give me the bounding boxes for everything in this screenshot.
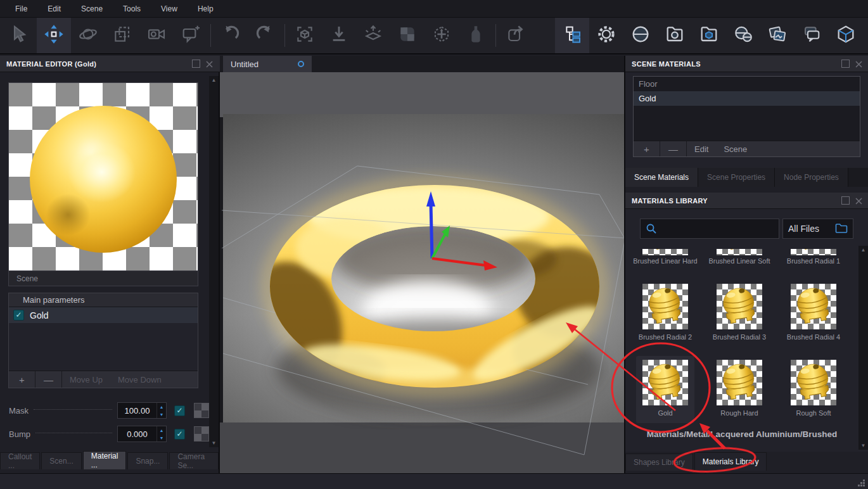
orbit-button[interactable] bbox=[71, 18, 105, 53]
leader-line bbox=[34, 409, 112, 410]
mask-spinbox[interactable]: 100.00▲▼ bbox=[117, 402, 167, 419]
layer-row[interactable]: ✓Gold bbox=[9, 307, 198, 323]
material-thumbnail-brushed-linear-soft[interactable] bbox=[717, 249, 762, 255]
menu-item-help[interactable]: Help bbox=[189, 2, 222, 16]
drop-to-floor-button[interactable] bbox=[322, 18, 356, 53]
scene-cube-button[interactable] bbox=[829, 18, 863, 53]
camera-folder-button[interactable] bbox=[658, 18, 692, 53]
images-button[interactable] bbox=[760, 18, 795, 53]
move-up-button[interactable]: Move Up bbox=[62, 371, 110, 388]
spin-down-icon[interactable]: ▼ bbox=[157, 410, 166, 418]
shapes-folder-button[interactable] bbox=[692, 18, 726, 53]
scene-material-row-floor[interactable]: Floor bbox=[634, 77, 860, 91]
gear-button[interactable] bbox=[589, 18, 623, 53]
add-material-button[interactable]: + bbox=[634, 141, 660, 156]
cube-axes-button[interactable] bbox=[424, 18, 459, 53]
scene-button[interactable]: Scene bbox=[716, 141, 755, 156]
library-scrollbar[interactable]: ▲ ▼ bbox=[858, 246, 868, 450]
dock-tab-material-[interactable]: Material ... bbox=[83, 451, 127, 469]
scroll-up-icon[interactable]: ▲ bbox=[212, 77, 217, 83]
viewport-tabbar: Untitled bbox=[220, 56, 624, 72]
resize-grip-icon[interactable] bbox=[858, 479, 865, 487]
folder-icon bbox=[835, 224, 848, 234]
dock-tab-materials-library[interactable]: Materials Library bbox=[694, 452, 767, 471]
menu-item-file[interactable]: File bbox=[6, 2, 36, 16]
close-icon[interactable] bbox=[855, 196, 863, 205]
duplicate-button[interactable] bbox=[105, 18, 139, 53]
material-thumbnail-gold[interactable] bbox=[642, 360, 688, 405]
spin-up-icon[interactable]: ▲ bbox=[157, 403, 166, 410]
file-filter-dropdown[interactable]: All Files bbox=[782, 219, 853, 239]
bottle-button[interactable] bbox=[459, 18, 493, 53]
dock-tab-snap-[interactable]: Snap... bbox=[127, 452, 168, 469]
share-button[interactable] bbox=[499, 18, 533, 53]
remove-layer-button[interactable]: — bbox=[35, 371, 62, 388]
images-icon bbox=[767, 24, 788, 47]
menu-item-edit[interactable]: Edit bbox=[39, 2, 70, 16]
material-editor-scrollbar[interactable]: ▲ ▼ bbox=[209, 76, 219, 447]
tab-node-properties[interactable]: Node Properties bbox=[775, 168, 848, 187]
maximize-icon[interactable] bbox=[841, 60, 850, 68]
tab-scene-properties[interactable]: Scene Properties bbox=[698, 168, 775, 187]
materials-library-body: All Files Brushed Linear HardBrushed Lin… bbox=[625, 209, 868, 452]
redo-button[interactable] bbox=[248, 18, 282, 53]
material-preview-image[interactable] bbox=[9, 83, 198, 270]
tab-scene-materials[interactable]: Scene Materials bbox=[625, 168, 698, 187]
dock-tab-shapes-library[interactable]: Shapes Library bbox=[625, 454, 693, 471]
material-thumbnail-brushed-radial-1[interactable] bbox=[791, 249, 836, 255]
viewport-canvas[interactable] bbox=[220, 72, 624, 473]
undo-button[interactable] bbox=[214, 18, 248, 53]
toolbar-right-group bbox=[555, 18, 863, 53]
maximize-icon[interactable] bbox=[192, 60, 200, 68]
menu-item-tools[interactable]: Tools bbox=[114, 2, 150, 16]
menu-item-view[interactable]: View bbox=[152, 2, 186, 16]
toolbar-separator bbox=[210, 24, 211, 47]
library-search-input[interactable] bbox=[640, 219, 779, 239]
material-sphere-button[interactable] bbox=[623, 18, 658, 53]
dock-tab-camera-se-[interactable]: Camera Se... bbox=[169, 452, 219, 469]
close-icon[interactable] bbox=[205, 60, 214, 68]
bump-checkbox[interactable]: ✓ bbox=[174, 429, 185, 440]
move-button[interactable] bbox=[37, 18, 71, 53]
scene-materials-icon bbox=[733, 24, 753, 47]
spin-down-icon[interactable]: ▼ bbox=[157, 434, 166, 441]
add-callout-button[interactable] bbox=[174, 18, 208, 53]
callouts-button[interactable] bbox=[795, 18, 829, 53]
scroll-up-icon[interactable]: ▲ bbox=[861, 247, 866, 253]
node-tree-button[interactable] bbox=[555, 18, 589, 53]
maximize-icon[interactable] bbox=[841, 196, 850, 205]
select-arrow-button[interactable] bbox=[3, 18, 37, 53]
material-thumbnail-rough-soft[interactable] bbox=[791, 360, 836, 405]
bump-texture-button[interactable] bbox=[194, 426, 209, 441]
mask-texture-button[interactable] bbox=[194, 403, 209, 418]
checker-swap-button[interactable] bbox=[390, 18, 424, 53]
scroll-down-icon[interactable]: ▼ bbox=[861, 443, 866, 448]
material-thumbnail-brushed-radial-2[interactable] bbox=[642, 284, 688, 329]
material-thumbnail-brushed-linear-hard[interactable] bbox=[642, 249, 688, 255]
scene-material-row-gold[interactable]: Gold bbox=[634, 91, 860, 106]
menu-item-scene[interactable]: Scene bbox=[72, 2, 112, 16]
layer-checkbox[interactable]: ✓ bbox=[13, 310, 24, 321]
remove-material-button[interactable]: — bbox=[660, 141, 687, 156]
mask-checkbox[interactable]: ✓ bbox=[174, 405, 185, 416]
fit-view-button[interactable] bbox=[288, 18, 322, 53]
edit-material-button[interactable]: Edit bbox=[687, 141, 716, 156]
bump-spinbox[interactable]: 0.000▲▼ bbox=[117, 426, 167, 442]
move-down-button[interactable]: Move Down bbox=[110, 371, 169, 388]
viewport-tab-untitled[interactable]: Untitled bbox=[223, 56, 312, 72]
render-camera-button[interactable] bbox=[139, 18, 174, 53]
materials-library-titlebar: MATERIALS LIBRARY bbox=[625, 193, 868, 209]
right-dock-tabs: Shapes LibraryMaterials Library bbox=[625, 452, 767, 471]
dock-tab-callout-[interactable]: Callout ... bbox=[0, 452, 40, 469]
material-thumbnail-brushed-radial-4[interactable] bbox=[791, 284, 836, 329]
add-layer-button[interactable]: + bbox=[9, 371, 35, 388]
spread-button[interactable] bbox=[356, 18, 390, 53]
material-thumbnail-brushed-radial-3[interactable] bbox=[717, 284, 762, 329]
dock-tab-scen-[interactable]: Scen... bbox=[41, 452, 81, 469]
spin-up-icon[interactable]: ▲ bbox=[157, 426, 166, 434]
scroll-down-icon[interactable]: ▼ bbox=[212, 440, 217, 446]
close-icon[interactable] bbox=[855, 60, 863, 68]
material-thumbnail-rough-hard[interactable] bbox=[717, 360, 762, 405]
scene-materials-button[interactable] bbox=[726, 18, 760, 53]
checker-swap-icon bbox=[397, 24, 418, 47]
